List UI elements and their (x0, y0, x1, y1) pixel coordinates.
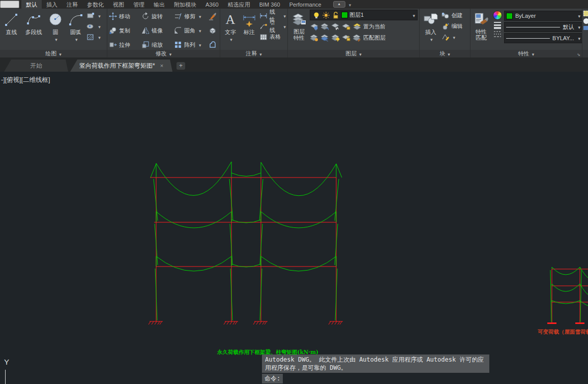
stretch-button[interactable]: 拉伸 (109, 40, 140, 50)
dimension-button[interactable]: 标注 (240, 10, 258, 50)
ribbon-tab-a360[interactable]: A360 (201, 0, 223, 9)
modify-explode-button[interactable] (209, 26, 220, 36)
polyline-button[interactable]: 多段线 (22, 10, 45, 50)
hatch-caret[interactable] (97, 34, 101, 40)
layer-restore-icon[interactable] (310, 34, 318, 42)
ribbon-tab-manage[interactable]: 管理 (129, 0, 149, 9)
group-edit-icon[interactable] (583, 26, 588, 30)
match-properties-icon (474, 11, 489, 28)
linetype-icon[interactable] (493, 30, 502, 38)
color-wheel-icon[interactable] (493, 11, 502, 20)
match-layer-icon[interactable] (352, 34, 361, 42)
set-current-button[interactable]: 置为当前 (363, 23, 386, 31)
array-icon (174, 41, 182, 49)
array-caret[interactable] (197, 42, 201, 48)
file-tab-start[interactable]: 开始 (4, 60, 68, 72)
circle-button[interactable]: 圆 (46, 10, 65, 50)
layer-off-icon[interactable] (331, 23, 340, 31)
rectangle-button[interactable] (86, 11, 105, 20)
arc-dropdown-caret[interactable] (74, 36, 78, 42)
ribbon-tab-performance[interactable]: Performance (285, 0, 326, 9)
insert-block-button[interactable]: 插入 (421, 10, 440, 50)
ribbon-tab-insert[interactable]: 插入 (42, 0, 62, 9)
create-block-button[interactable]: 创建 (442, 11, 468, 20)
ungroup-icon[interactable] (583, 18, 588, 24)
ribbon-tab-featured-apps[interactable]: 精选应用 (223, 0, 255, 9)
lineweight-dropdown[interactable]: 默认 (504, 22, 582, 32)
ribbon-tab-add-ins[interactable]: 附加模块 (169, 0, 201, 9)
mirror-button[interactable]: 镜像 (141, 26, 173, 36)
edit-attributes-button[interactable] (442, 32, 468, 42)
layer-walk-icon[interactable] (331, 34, 340, 42)
move-button[interactable]: 移动 (109, 12, 140, 21)
object-color-dropdown[interactable]: ByLayer (504, 11, 582, 21)
ellipse-button[interactable] (86, 21, 105, 31)
ribbon-tab-bim360[interactable]: BIM 360 (255, 0, 285, 9)
edit-block-button[interactable]: 编辑 (442, 21, 468, 31)
array-button[interactable]: 阵列 (174, 40, 208, 50)
linetype-dropdown[interactable]: BYLAY... (504, 33, 582, 43)
layer-lock-icon[interactable] (342, 23, 350, 31)
ribbon-tab-parametric[interactable]: 参数化 (82, 0, 108, 9)
fillet-button[interactable]: 圆角 (174, 26, 208, 36)
ribbon-tab-home[interactable]: 默认 (21, 0, 42, 9)
line-button[interactable]: 直线 (2, 10, 21, 50)
ribbon-tab-annotate[interactable]: 注释 (62, 0, 82, 9)
layer-prev-icon[interactable] (320, 34, 329, 42)
trim-button[interactable]: 修剪 (174, 12, 208, 21)
group-selection-icon[interactable] (583, 11, 588, 16)
panel-footer-modify[interactable]: 修改 (107, 50, 220, 57)
panel-footer-layers[interactable]: 图层 (288, 50, 419, 57)
copy-button[interactable]: 复制 (109, 26, 140, 36)
layer-dropdown[interactable]: 图层1 (310, 10, 418, 20)
command-prompt[interactable]: 命令: (262, 374, 283, 383)
file-tab-document[interactable]: 竖向荷载作用下框架弯矩图* × (70, 60, 172, 72)
layer-properties-button[interactable]: 图层特性 (289, 10, 309, 50)
ribbon-tab-view[interactable]: 视图 (108, 0, 129, 9)
quick-access-remnant[interactable] (0, 1, 19, 8)
ribbon-minimize-icon[interactable]: ▲ (333, 1, 345, 8)
fillet-caret[interactable] (197, 27, 201, 34)
ribbon-minimize-caret-icon[interactable] (347, 2, 351, 8)
lineweight-icon[interactable] (493, 21, 502, 29)
layer-unlock2-icon[interactable] (342, 34, 350, 42)
command-history[interactable]: Autodesk DWG。 此文件上次由 Autodesk 应用程序或 Auto… (262, 355, 489, 373)
new-tab-button[interactable]: + (177, 62, 185, 70)
ribbon-minimize-control[interactable]: ▲ (333, 0, 351, 9)
scale-button[interactable]: 缩放 (141, 40, 173, 50)
arc-button[interactable]: 圆弧 (66, 10, 85, 50)
panel-footer-draw[interactable]: 绘图 (0, 50, 107, 57)
insert-block-icon (423, 11, 438, 28)
rectangle-caret[interactable] (97, 13, 101, 19)
make-current-icon[interactable] (352, 23, 361, 31)
panel-footer-properties[interactable]: 特性⇘ (471, 50, 582, 57)
circle-dropdown-caret[interactable] (53, 36, 57, 42)
text-button[interactable]: A 文字 (222, 10, 239, 50)
text-caret[interactable] (228, 36, 232, 42)
ribbon: 直线 多段线 圆 圆弧 (0, 9, 588, 57)
layer-freeze-icon[interactable] (320, 23, 329, 31)
ellipse-caret[interactable] (97, 23, 101, 29)
trim-caret[interactable] (197, 13, 201, 19)
modify-region-button[interactable] (209, 40, 220, 50)
layer-dropdown-caret[interactable] (411, 12, 415, 18)
ribbon-tab-output[interactable]: 输出 (149, 0, 169, 9)
hatch-button[interactable] (86, 32, 105, 42)
leader-button[interactable]: 引线 (259, 21, 286, 31)
match-layer-button[interactable]: 匹配图层 (363, 34, 386, 42)
panel-footer-block[interactable]: 块 (420, 50, 470, 57)
insert-caret[interactable] (429, 36, 433, 42)
edit-attributes-caret[interactable] (452, 34, 456, 40)
linear-caret[interactable] (282, 13, 286, 19)
drawing-canvas[interactable]: -][俯视][二维线框] (0, 72, 588, 384)
table-button[interactable]: 表格 (259, 32, 286, 42)
modify-erase-button[interactable] (209, 12, 220, 21)
panel-footer-annotation[interactable]: 注释 (220, 50, 287, 57)
copy-icon (109, 26, 117, 35)
file-tab-close-icon[interactable]: × (160, 63, 163, 69)
rotate-button[interactable]: 旋转 (141, 12, 173, 21)
properties-dialog-launcher-icon[interactable]: ⇘ (577, 52, 580, 57)
layer-isolate-icon[interactable] (310, 23, 318, 31)
leader-caret[interactable] (282, 23, 286, 29)
match-properties-button[interactable]: 特性匹配 (472, 10, 490, 50)
